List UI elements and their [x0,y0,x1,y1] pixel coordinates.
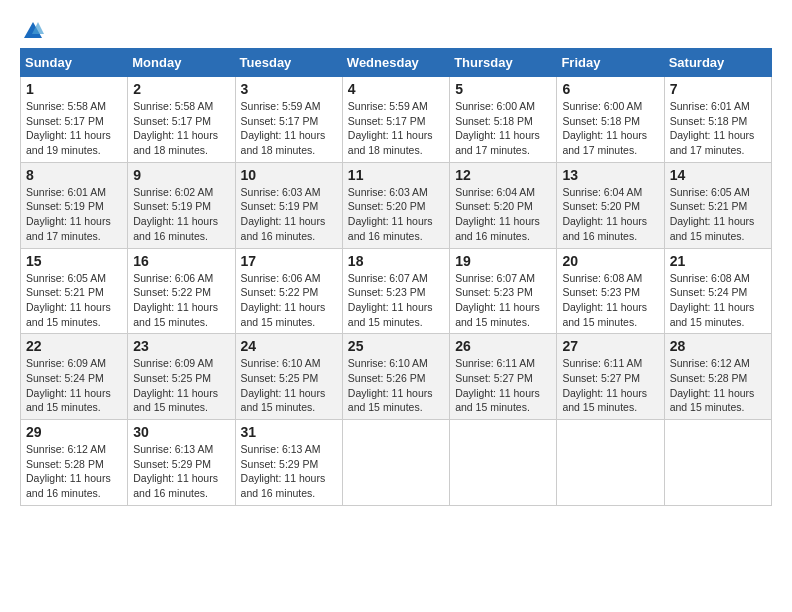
day-number: 13 [562,167,658,183]
day-number: 9 [133,167,229,183]
day-number: 29 [26,424,122,440]
calendar-table: SundayMondayTuesdayWednesdayThursdayFrid… [20,48,772,506]
calendar-cell: 1 Sunrise: 5:58 AMSunset: 5:17 PMDayligh… [21,77,128,163]
calendar-cell: 31 Sunrise: 6:13 AMSunset: 5:29 PMDaylig… [235,420,342,506]
calendar-cell: 7 Sunrise: 6:01 AMSunset: 5:18 PMDayligh… [664,77,771,163]
day-detail: Sunrise: 5:58 AMSunset: 5:17 PMDaylight:… [26,100,111,156]
day-detail: Sunrise: 6:05 AMSunset: 5:21 PMDaylight:… [26,272,111,328]
day-number: 15 [26,253,122,269]
calendar-cell: 20 Sunrise: 6:08 AMSunset: 5:23 PMDaylig… [557,248,664,334]
day-number: 12 [455,167,551,183]
day-number: 25 [348,338,444,354]
calendar-week-row: 29 Sunrise: 6:12 AMSunset: 5:28 PMDaylig… [21,420,772,506]
calendar-cell: 26 Sunrise: 6:11 AMSunset: 5:27 PMDaylig… [450,334,557,420]
calendar-week-row: 8 Sunrise: 6:01 AMSunset: 5:19 PMDayligh… [21,162,772,248]
day-detail: Sunrise: 6:13 AMSunset: 5:29 PMDaylight:… [133,443,218,499]
day-number: 10 [241,167,337,183]
calendar-cell: 16 Sunrise: 6:06 AMSunset: 5:22 PMDaylig… [128,248,235,334]
day-detail: Sunrise: 6:04 AMSunset: 5:20 PMDaylight:… [455,186,540,242]
calendar-cell: 23 Sunrise: 6:09 AMSunset: 5:25 PMDaylig… [128,334,235,420]
calendar-cell: 19 Sunrise: 6:07 AMSunset: 5:23 PMDaylig… [450,248,557,334]
calendar-cell: 14 Sunrise: 6:05 AMSunset: 5:21 PMDaylig… [664,162,771,248]
day-detail: Sunrise: 6:07 AMSunset: 5:23 PMDaylight:… [348,272,433,328]
calendar-cell: 5 Sunrise: 6:00 AMSunset: 5:18 PMDayligh… [450,77,557,163]
calendar-cell: 8 Sunrise: 6:01 AMSunset: 5:19 PMDayligh… [21,162,128,248]
day-number: 22 [26,338,122,354]
day-number: 1 [26,81,122,97]
day-detail: Sunrise: 6:04 AMSunset: 5:20 PMDaylight:… [562,186,647,242]
day-detail: Sunrise: 6:13 AMSunset: 5:29 PMDaylight:… [241,443,326,499]
day-detail: Sunrise: 5:58 AMSunset: 5:17 PMDaylight:… [133,100,218,156]
header-sunday: Sunday [21,49,128,77]
calendar-cell [450,420,557,506]
day-detail: Sunrise: 6:03 AMSunset: 5:20 PMDaylight:… [348,186,433,242]
day-detail: Sunrise: 6:06 AMSunset: 5:22 PMDaylight:… [133,272,218,328]
day-detail: Sunrise: 6:09 AMSunset: 5:24 PMDaylight:… [26,357,111,413]
day-number: 11 [348,167,444,183]
logo [20,20,46,38]
header [20,20,772,38]
calendar-cell: 13 Sunrise: 6:04 AMSunset: 5:20 PMDaylig… [557,162,664,248]
day-number: 17 [241,253,337,269]
calendar-cell: 29 Sunrise: 6:12 AMSunset: 5:28 PMDaylig… [21,420,128,506]
calendar-cell [557,420,664,506]
day-number: 19 [455,253,551,269]
day-number: 18 [348,253,444,269]
calendar-cell: 22 Sunrise: 6:09 AMSunset: 5:24 PMDaylig… [21,334,128,420]
day-detail: Sunrise: 6:10 AMSunset: 5:25 PMDaylight:… [241,357,326,413]
day-detail: Sunrise: 6:03 AMSunset: 5:19 PMDaylight:… [241,186,326,242]
calendar-header-row: SundayMondayTuesdayWednesdayThursdayFrid… [21,49,772,77]
day-number: 3 [241,81,337,97]
day-number: 5 [455,81,551,97]
calendar-cell: 27 Sunrise: 6:11 AMSunset: 5:27 PMDaylig… [557,334,664,420]
calendar-cell: 9 Sunrise: 6:02 AMSunset: 5:19 PMDayligh… [128,162,235,248]
calendar-cell: 18 Sunrise: 6:07 AMSunset: 5:23 PMDaylig… [342,248,449,334]
day-detail: Sunrise: 6:10 AMSunset: 5:26 PMDaylight:… [348,357,433,413]
calendar-cell: 17 Sunrise: 6:06 AMSunset: 5:22 PMDaylig… [235,248,342,334]
calendar-cell: 2 Sunrise: 5:58 AMSunset: 5:17 PMDayligh… [128,77,235,163]
day-number: 26 [455,338,551,354]
day-number: 30 [133,424,229,440]
day-detail: Sunrise: 6:07 AMSunset: 5:23 PMDaylight:… [455,272,540,328]
day-number: 2 [133,81,229,97]
day-number: 14 [670,167,766,183]
day-detail: Sunrise: 6:01 AMSunset: 5:19 PMDaylight:… [26,186,111,242]
calendar-cell: 11 Sunrise: 6:03 AMSunset: 5:20 PMDaylig… [342,162,449,248]
day-detail: Sunrise: 5:59 AMSunset: 5:17 PMDaylight:… [241,100,326,156]
calendar-cell: 3 Sunrise: 5:59 AMSunset: 5:17 PMDayligh… [235,77,342,163]
day-detail: Sunrise: 6:09 AMSunset: 5:25 PMDaylight:… [133,357,218,413]
day-number: 24 [241,338,337,354]
calendar-cell: 24 Sunrise: 6:10 AMSunset: 5:25 PMDaylig… [235,334,342,420]
logo-icon [22,20,44,42]
day-number: 8 [26,167,122,183]
calendar-week-row: 15 Sunrise: 6:05 AMSunset: 5:21 PMDaylig… [21,248,772,334]
day-detail: Sunrise: 6:06 AMSunset: 5:22 PMDaylight:… [241,272,326,328]
header-monday: Monday [128,49,235,77]
day-number: 7 [670,81,766,97]
header-wednesday: Wednesday [342,49,449,77]
calendar-cell: 25 Sunrise: 6:10 AMSunset: 5:26 PMDaylig… [342,334,449,420]
day-detail: Sunrise: 6:00 AMSunset: 5:18 PMDaylight:… [455,100,540,156]
calendar-cell: 21 Sunrise: 6:08 AMSunset: 5:24 PMDaylig… [664,248,771,334]
calendar-cell [342,420,449,506]
day-number: 4 [348,81,444,97]
day-detail: Sunrise: 6:08 AMSunset: 5:24 PMDaylight:… [670,272,755,328]
day-detail: Sunrise: 6:01 AMSunset: 5:18 PMDaylight:… [670,100,755,156]
day-number: 20 [562,253,658,269]
day-detail: Sunrise: 6:08 AMSunset: 5:23 PMDaylight:… [562,272,647,328]
header-tuesday: Tuesday [235,49,342,77]
day-detail: Sunrise: 6:02 AMSunset: 5:19 PMDaylight:… [133,186,218,242]
day-number: 23 [133,338,229,354]
day-number: 28 [670,338,766,354]
header-thursday: Thursday [450,49,557,77]
calendar-cell: 12 Sunrise: 6:04 AMSunset: 5:20 PMDaylig… [450,162,557,248]
header-saturday: Saturday [664,49,771,77]
day-detail: Sunrise: 6:11 AMSunset: 5:27 PMDaylight:… [562,357,647,413]
calendar-week-row: 1 Sunrise: 5:58 AMSunset: 5:17 PMDayligh… [21,77,772,163]
calendar-cell: 4 Sunrise: 5:59 AMSunset: 5:17 PMDayligh… [342,77,449,163]
day-detail: Sunrise: 6:05 AMSunset: 5:21 PMDaylight:… [670,186,755,242]
calendar-cell: 10 Sunrise: 6:03 AMSunset: 5:19 PMDaylig… [235,162,342,248]
calendar-week-row: 22 Sunrise: 6:09 AMSunset: 5:24 PMDaylig… [21,334,772,420]
calendar-cell: 6 Sunrise: 6:00 AMSunset: 5:18 PMDayligh… [557,77,664,163]
calendar-cell: 30 Sunrise: 6:13 AMSunset: 5:29 PMDaylig… [128,420,235,506]
